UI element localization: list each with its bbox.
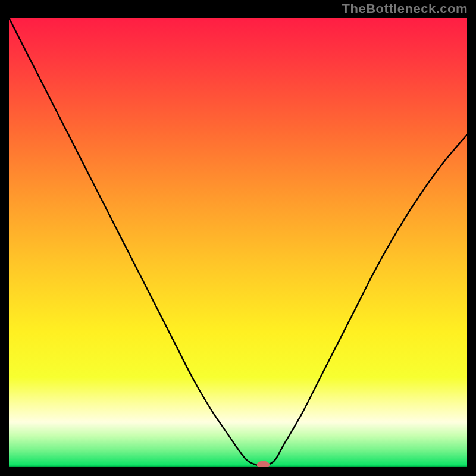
bottleneck-chart bbox=[9, 18, 467, 467]
watermark-text: TheBottleneck.com bbox=[342, 1, 468, 17]
chart-frame: TheBottleneck.com bbox=[0, 0, 476, 476]
plot-area bbox=[9, 18, 467, 467]
gradient-background bbox=[9, 18, 467, 467]
